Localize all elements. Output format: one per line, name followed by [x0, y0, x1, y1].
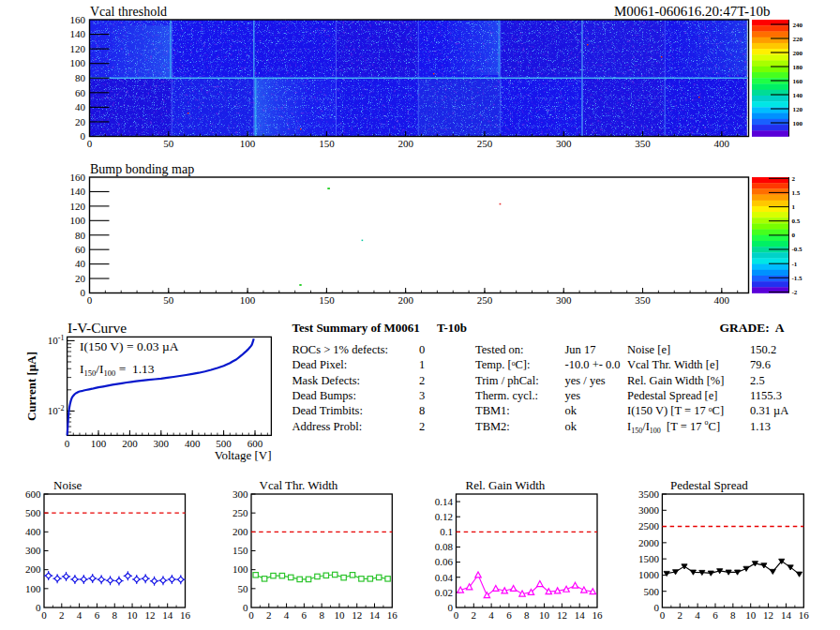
svg-text:Mask Defects:: Mask Defects:: [292, 374, 361, 387]
svg-text:0.31 µA: 0.31 µA: [750, 404, 788, 417]
svg-text:M0061-060616.20:47T-10b: M0061-060616.20:47T-10b: [614, 4, 771, 19]
svg-text:2.5: 2.5: [750, 374, 765, 387]
svg-text:-2: -2: [792, 289, 798, 296]
svg-text:0.14: 0.14: [435, 496, 454, 507]
svg-text:250: 250: [477, 294, 493, 306]
svg-text:100: 100: [70, 57, 86, 68]
svg-text:ROCs > 1% defects:: ROCs > 1% defects:: [292, 343, 389, 356]
svg-text:Vcal Thr. Width: Vcal Thr. Width: [260, 478, 338, 492]
svg-text:Bump bonding map: Bump bonding map: [90, 162, 194, 176]
svg-text:0: 0: [36, 602, 41, 613]
svg-text:300: 300: [232, 488, 248, 500]
svg-text:3000: 3000: [638, 504, 660, 516]
svg-text:ok: ok: [565, 404, 578, 417]
svg-text:400: 400: [185, 438, 201, 449]
svg-text:250: 250: [477, 138, 493, 149]
svg-text:200: 200: [398, 294, 413, 306]
svg-text:Jun 17: Jun 17: [565, 343, 596, 356]
svg-text:8: 8: [524, 609, 530, 621]
svg-text:0: 0: [454, 609, 459, 621]
svg-text:16: 16: [387, 609, 398, 621]
svg-text:Dead Trimbits:: Dead Trimbits:: [292, 404, 363, 417]
svg-text:Temp. [oC]:: Temp. [oC]:: [475, 358, 530, 371]
svg-text:0: 0: [660, 609, 666, 621]
svg-text:0.08: 0.08: [435, 541, 454, 552]
svg-text:0: 0: [81, 130, 86, 142]
svg-text:3: 3: [419, 389, 425, 402]
svg-text:120: 120: [70, 201, 86, 212]
svg-text:6: 6: [506, 609, 512, 621]
svg-text:8: 8: [730, 609, 736, 621]
svg-text:14: 14: [781, 609, 792, 621]
svg-text:400: 400: [25, 526, 41, 537]
svg-text:120: 120: [70, 43, 86, 54]
svg-text:16: 16: [592, 609, 604, 621]
svg-text:4: 4: [77, 609, 82, 621]
svg-text:Current [µA]: Current [µA]: [24, 352, 38, 421]
svg-text:14: 14: [575, 609, 586, 621]
svg-text:Noise [e]: Noise [e]: [627, 343, 670, 356]
svg-text:Vcal threshold: Vcal threshold: [90, 5, 167, 19]
svg-text:8: 8: [419, 404, 425, 417]
svg-text:0: 0: [448, 602, 454, 613]
svg-text:40: 40: [75, 258, 86, 269]
svg-text:200: 200: [793, 50, 803, 57]
svg-text:2: 2: [678, 609, 683, 621]
svg-text:yes / yes: yes / yes: [565, 374, 606, 387]
svg-text:6: 6: [712, 609, 718, 621]
svg-text:-10.0 +- 0.0: -10.0 +- 0.0: [565, 358, 621, 371]
svg-text:2500: 2500: [638, 520, 660, 532]
svg-text:1500: 1500: [638, 553, 660, 564]
svg-text:150: 150: [319, 138, 335, 149]
svg-text:0: 0: [41, 609, 47, 621]
svg-text:GRADE: A: GRADE: A: [720, 321, 785, 335]
svg-text:0: 0: [653, 602, 659, 613]
svg-text:350: 350: [635, 294, 651, 306]
svg-text:0: 0: [248, 609, 254, 621]
svg-text:500: 500: [25, 507, 41, 518]
svg-text:300: 300: [154, 438, 170, 449]
svg-text:6: 6: [95, 609, 100, 621]
svg-text:140: 140: [70, 28, 86, 39]
svg-text:Test Summary of M0061: Test Summary of M0061: [292, 321, 420, 335]
svg-text:300: 300: [25, 545, 41, 556]
svg-text:20: 20: [75, 116, 86, 128]
svg-text:100: 100: [232, 563, 248, 575]
svg-text:12: 12: [763, 609, 773, 621]
svg-text:-1.5: -1.5: [792, 275, 803, 282]
svg-text:79.6: 79.6: [750, 358, 771, 371]
svg-text:200: 200: [232, 526, 248, 537]
svg-text:Rel. Gain Width [%]: Rel. Gain Width [%]: [627, 374, 724, 387]
svg-text:ok: ok: [565, 420, 578, 433]
svg-text:400: 400: [714, 294, 730, 306]
svg-text:2: 2: [419, 420, 425, 433]
svg-text:Tested on:: Tested on:: [475, 343, 524, 356]
svg-text:2: 2: [419, 374, 425, 387]
svg-text:180: 180: [793, 64, 803, 71]
svg-text:120: 120: [793, 106, 803, 113]
svg-text:Pedestal Spread: Pedestal Spread: [670, 478, 748, 492]
svg-text:0.04: 0.04: [435, 572, 454, 583]
svg-text:TBM2:: TBM2:: [475, 420, 510, 433]
svg-text:200: 200: [122, 438, 138, 449]
svg-text:12: 12: [144, 609, 155, 621]
svg-text:140: 140: [70, 186, 86, 197]
svg-text:Dead Pixel:: Dead Pixel:: [292, 358, 348, 371]
svg-text:Therm. cycl.:: Therm. cycl.:: [475, 389, 538, 402]
svg-text:14: 14: [369, 609, 381, 621]
svg-text:200: 200: [398, 138, 413, 149]
svg-text:12: 12: [352, 609, 362, 621]
svg-text:350: 350: [635, 138, 651, 149]
svg-text:1.5: 1.5: [792, 189, 801, 197]
svg-text:50: 50: [163, 294, 174, 306]
svg-text:2: 2: [472, 609, 477, 621]
svg-text:2: 2: [792, 175, 796, 183]
svg-text:Noise: Noise: [53, 478, 82, 492]
svg-text:3500: 3500: [638, 488, 660, 500]
svg-text:6: 6: [302, 609, 308, 621]
svg-text:0.1: 0.1: [440, 526, 453, 537]
svg-text:yes: yes: [565, 389, 581, 402]
svg-text:Vcal Thr. Width [e]: Vcal Thr. Width [e]: [627, 358, 719, 371]
svg-text:100: 100: [793, 120, 803, 128]
svg-text:150: 150: [232, 545, 248, 556]
